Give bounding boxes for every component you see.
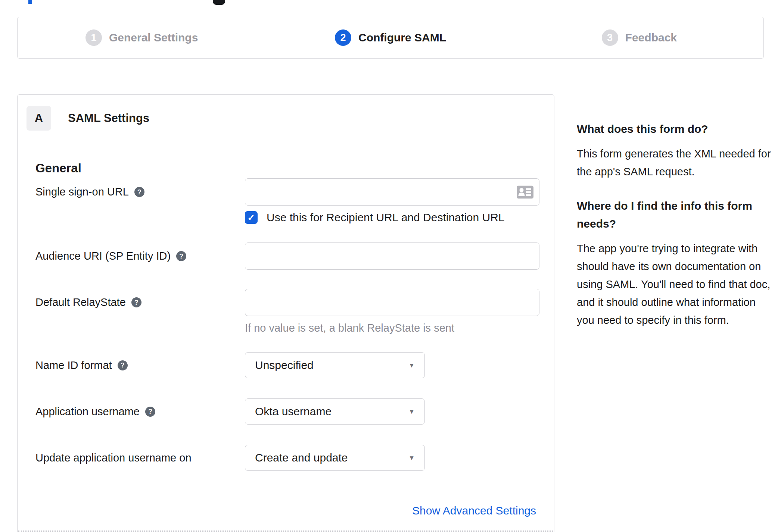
sso-url-label: Single sign-on URL ? bbox=[35, 178, 245, 206]
step-3-number-badge: 3 bbox=[602, 29, 618, 46]
check-icon: ✓ bbox=[248, 212, 255, 223]
sidebar-body-where: The app you're trying to integrate with … bbox=[577, 240, 774, 329]
step-configure-saml[interactable]: 2 Configure SAML bbox=[266, 17, 514, 58]
section-a-badge: A bbox=[27, 106, 51, 131]
contact-card-icon bbox=[517, 185, 533, 198]
update-username-select[interactable]: Create and update ▼ bbox=[245, 445, 425, 471]
section-title: SAML Settings bbox=[68, 112, 149, 125]
field-row-relaystate: Default RelayState ? If no value is set,… bbox=[35, 289, 539, 334]
group-title-general: General bbox=[35, 161, 81, 175]
name-id-format-help-icon[interactable]: ? bbox=[118, 360, 128, 370]
sidebar-section-what: What does this form do? This form genera… bbox=[577, 120, 774, 181]
sidebar-heading-what: What does this form do? bbox=[577, 120, 774, 138]
step-general-settings[interactable]: 1 General Settings bbox=[18, 17, 266, 58]
section-divider-dashed bbox=[18, 531, 553, 532]
caret-down-icon: ▼ bbox=[408, 455, 415, 461]
cropped-header-artifact-blue bbox=[28, 0, 32, 4]
cropped-header-artifact-dark bbox=[213, 0, 225, 5]
audience-uri-label: Audience URI (SP Entity ID) ? bbox=[35, 242, 245, 270]
caret-down-icon: ▼ bbox=[408, 362, 415, 369]
audience-uri-help-icon[interactable]: ? bbox=[176, 251, 186, 261]
show-advanced-settings-link[interactable]: Show Advanced Settings bbox=[412, 504, 536, 517]
application-username-label: Application username ? bbox=[35, 398, 245, 425]
relaystate-label: Default RelayState ? bbox=[35, 289, 245, 316]
relaystate-input[interactable] bbox=[245, 289, 539, 316]
field-row-update-username: Update application username on Create an… bbox=[35, 445, 425, 471]
field-row-audience-uri: Audience URI (SP Entity ID) ? bbox=[35, 242, 539, 270]
help-sidebar: What does this form do? This form genera… bbox=[577, 120, 774, 329]
step-feedback: 3 Feedback bbox=[515, 17, 763, 58]
sso-url-help-icon[interactable]: ? bbox=[134, 187, 144, 197]
update-username-label: Update application username on bbox=[35, 445, 245, 471]
sidebar-body-what: This form generates the XML needed for t… bbox=[577, 145, 774, 181]
recipient-url-checkbox-row: ✓ Use this for Recipient URL and Destina… bbox=[245, 211, 539, 224]
section-header: A SAML Settings bbox=[27, 106, 149, 131]
application-username-help-icon[interactable]: ? bbox=[145, 407, 155, 417]
saml-settings-panel: A SAML Settings General Single sign-on U… bbox=[17, 94, 554, 532]
relaystate-help-icon[interactable]: ? bbox=[131, 297, 141, 307]
application-username-select[interactable]: Okta username ▼ bbox=[245, 398, 425, 425]
audience-uri-input[interactable] bbox=[245, 242, 539, 270]
sidebar-heading-where: Where do I find the info this form needs… bbox=[577, 197, 774, 233]
step-2-number-badge: 2 bbox=[335, 29, 351, 46]
name-id-format-select[interactable]: Unspecified ▼ bbox=[245, 352, 425, 378]
wizard-stepper: 1 General Settings 2 Configure SAML 3 Fe… bbox=[17, 17, 764, 59]
name-id-format-value: Unspecified bbox=[255, 359, 314, 372]
recipient-url-checkbox[interactable]: ✓ bbox=[245, 211, 258, 224]
field-row-sso-url: Single sign-on URL ? ✓ Use this fo bbox=[35, 178, 539, 224]
recipient-url-checkbox-label: Use this for Recipient URL and Destinati… bbox=[267, 211, 505, 224]
step-1-number-badge: 1 bbox=[85, 29, 102, 46]
relaystate-hint: If no value is set, a blank RelayState i… bbox=[245, 322, 539, 334]
step-1-label: General Settings bbox=[109, 31, 198, 44]
sidebar-section-where: Where do I find the info this form needs… bbox=[577, 197, 774, 329]
step-2-label: Configure SAML bbox=[358, 31, 446, 44]
update-username-value: Create and update bbox=[255, 451, 348, 464]
application-username-value: Okta username bbox=[255, 405, 332, 418]
name-id-format-label: Name ID format ? bbox=[35, 352, 245, 378]
field-row-name-id-format: Name ID format ? Unspecified ▼ bbox=[35, 352, 425, 378]
sso-url-input[interactable] bbox=[245, 178, 539, 206]
caret-down-icon: ▼ bbox=[408, 409, 415, 415]
field-row-application-username: Application username ? Okta username ▼ bbox=[35, 398, 425, 425]
step-3-label: Feedback bbox=[625, 31, 677, 44]
